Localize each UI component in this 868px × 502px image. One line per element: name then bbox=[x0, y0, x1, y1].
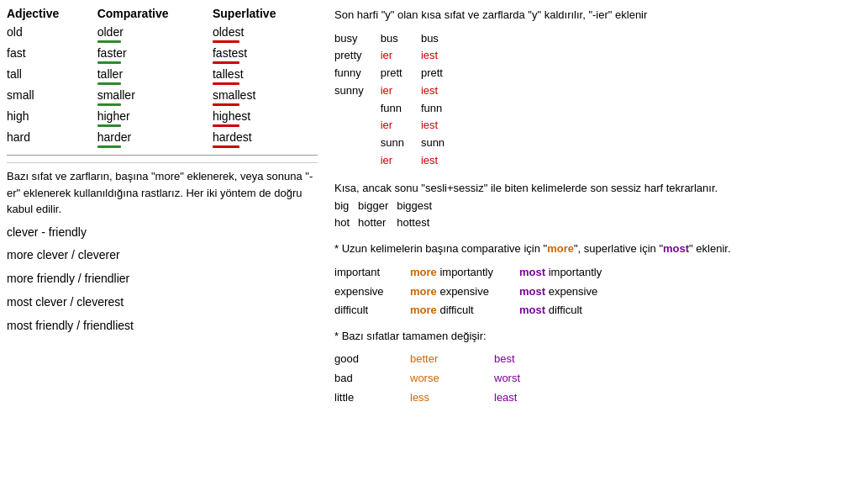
comp-comp-word: more expensive bbox=[410, 283, 519, 301]
irreg-base-word: good bbox=[334, 351, 410, 368]
change-note: * Bazı sıfatlar tamamen değişir: bbox=[334, 328, 861, 346]
col-header-comparative: Comparative bbox=[97, 7, 213, 24]
adj-cell-5: hard bbox=[7, 129, 97, 150]
comp-sup-word: most expensive bbox=[519, 283, 629, 301]
adjective-table: Adjective Comparative Superlative oldold… bbox=[7, 7, 318, 150]
long-word-note-prefix: * Uzun kelimelerin başına comparative iç… bbox=[334, 242, 547, 255]
clever-section: clever - friendly more clever / cleverer… bbox=[7, 223, 318, 336]
irreg-sup-word: least bbox=[494, 389, 578, 407]
y-sup-word: prettiest bbox=[421, 65, 445, 100]
comp-sup-word: most difficult bbox=[519, 302, 629, 320]
y-table: busyprettyfunnysunnybusierprettierfunnie… bbox=[334, 30, 861, 170]
left-panel: Adjective Comparative Superlative oldold… bbox=[7, 7, 318, 406]
sup-cell-3: smallest bbox=[213, 87, 318, 108]
sup-cell-1: fastest bbox=[213, 45, 318, 66]
double-sup-col: biggesthottest bbox=[397, 198, 432, 233]
comp-cell-0: older bbox=[97, 24, 213, 45]
double-rule: Kısa, ancak sonu "sesli+sessiz" ile bite… bbox=[334, 180, 861, 232]
sup-cell-2: tallest bbox=[213, 66, 318, 87]
comp-base-word: expensive bbox=[334, 283, 410, 301]
comp-comp-word: more difficult bbox=[410, 302, 519, 320]
rule-y-title: Son harfi "y" olan kısa sıfat ve zarflar… bbox=[334, 7, 861, 24]
double-comp-word: bigger bbox=[358, 198, 388, 215]
y-comp-word: sunnier bbox=[381, 135, 404, 170]
irreg-sup-word: best bbox=[494, 351, 578, 368]
clever-friendly-label: clever - friendly bbox=[7, 223, 318, 243]
irreg-base-word: little bbox=[334, 389, 410, 407]
comp-table: importantmore importantlymost importantl… bbox=[334, 264, 861, 320]
long-word-note-suffix: " eklenir. bbox=[689, 242, 730, 255]
y-base-word: funny bbox=[334, 65, 364, 82]
comp-cell-1: faster bbox=[97, 45, 213, 66]
irreg-base-word: bad bbox=[334, 370, 410, 388]
irreg-comp-word: less bbox=[410, 389, 494, 407]
y-base-col: busyprettyfunnysunny bbox=[334, 30, 364, 170]
comp-comp-word: more importantly bbox=[410, 264, 519, 282]
sup-cell-4: highest bbox=[213, 108, 318, 129]
y-comp-word: busier bbox=[381, 30, 404, 66]
irreg-comp-word: worse bbox=[410, 370, 494, 388]
divider-line bbox=[7, 155, 318, 156]
double-comp-col: biggerhotter bbox=[358, 198, 388, 233]
sup-cell-5: hardest bbox=[213, 129, 318, 150]
more-keyword: more bbox=[547, 242, 574, 255]
note1-text: Bazı sıfat ve zarfların, başına "more" e… bbox=[7, 168, 318, 218]
y-sup-col: busiestprettiestfunniestsunniest bbox=[421, 30, 445, 170]
more-friendly-label: more friendly / friendlier bbox=[7, 269, 318, 289]
irreg-comp-word: better bbox=[410, 351, 494, 368]
y-base-word: busy bbox=[334, 30, 364, 48]
comp-base-word: difficult bbox=[334, 302, 410, 320]
adj-cell-3: small bbox=[7, 87, 97, 108]
sup-cell-0: oldest bbox=[213, 24, 318, 45]
irreg-sup-word: worst bbox=[494, 370, 578, 388]
comp-cell-5: harder bbox=[97, 129, 213, 150]
most-clever-label: most clever / cleverest bbox=[7, 293, 318, 313]
y-base-word: pretty bbox=[334, 47, 364, 65]
adj-cell-2: tall bbox=[7, 66, 97, 87]
right-rule-box: Son harfi "y" olan kısa sıfat ve zarflar… bbox=[334, 7, 861, 406]
y-comp-col: busierprettierfunniersunnier bbox=[381, 30, 404, 170]
double-base-word: big bbox=[334, 198, 350, 215]
adj-cell-0: old bbox=[7, 24, 97, 45]
most-friendly-label: most friendly / friendliest bbox=[7, 316, 318, 336]
y-sup-word: sunniest bbox=[421, 135, 445, 170]
rule-double-title: Kısa, ancak sonu "sesli+sessiz" ile bite… bbox=[334, 180, 861, 198]
main-container: Adjective Comparative Superlative oldold… bbox=[7, 7, 861, 406]
right-panel: Son harfi "y" olan kısa sıfat ve zarflar… bbox=[318, 7, 861, 406]
double-base-word: hot bbox=[334, 214, 350, 232]
y-sup-word: funniest bbox=[421, 100, 445, 135]
y-comp-word: funnier bbox=[381, 100, 404, 135]
y-sup-word: busiest bbox=[421, 30, 445, 66]
comp-base-word: important bbox=[334, 264, 410, 282]
col-header-superlative: Superlative bbox=[213, 7, 318, 24]
comp-cell-2: taller bbox=[97, 66, 213, 87]
col-header-adjective: Adjective bbox=[7, 7, 97, 24]
irreg-table: goodbetterbestbadworseworstlittlelesslea… bbox=[334, 351, 861, 406]
double-sup-word: biggest bbox=[397, 198, 432, 215]
double-table: bighotbiggerhotterbiggesthottest bbox=[334, 198, 861, 233]
more-clever-label: more clever / cleverer bbox=[7, 246, 318, 266]
comp-cell-3: smaller bbox=[97, 87, 213, 108]
long-word-note-mid: ", superlative için " bbox=[574, 242, 663, 255]
comp-cell-4: higher bbox=[97, 108, 213, 129]
most-keyword: most bbox=[663, 242, 689, 255]
adj-cell-1: fast bbox=[7, 45, 97, 66]
adj-cell-4: high bbox=[7, 108, 97, 129]
long-word-note: * Uzun kelimelerin başına comparative iç… bbox=[334, 240, 861, 257]
comp-sup-word: most importantly bbox=[519, 264, 629, 282]
double-comp-word: hotter bbox=[358, 214, 388, 232]
y-comp-word: prettier bbox=[381, 65, 404, 100]
y-base-word: sunny bbox=[334, 82, 364, 100]
note-section: Bazı sıfat ve zarfların, başına "more" e… bbox=[7, 162, 318, 218]
double-sup-word: hottest bbox=[397, 214, 432, 232]
double-base-col: bighot bbox=[334, 198, 350, 233]
